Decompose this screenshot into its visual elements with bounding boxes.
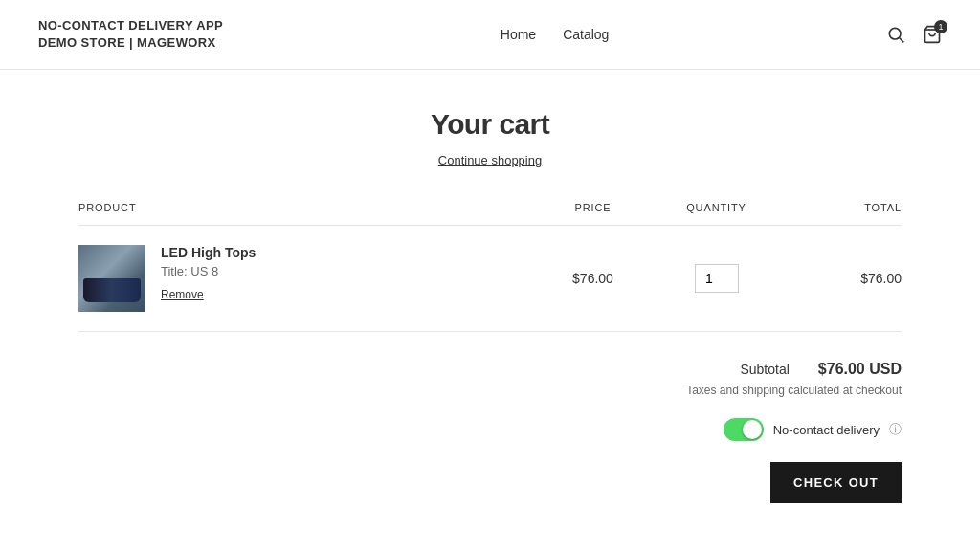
col-header-product: PRODUCT	[78, 202, 531, 226]
product-info: LED High Tops Title: US 8 Remove	[161, 245, 256, 301]
main-nav: Home Catalog	[501, 27, 610, 42]
product-total: $76.00	[778, 226, 902, 332]
product-cell: LED High Tops Title: US 8 Remove	[78, 245, 531, 312]
quantity-input[interactable]	[695, 264, 739, 293]
product-image	[78, 245, 145, 312]
svg-line-1	[900, 38, 904, 43]
product-remove: Remove	[161, 286, 256, 301]
col-header-total: TOTAL	[778, 202, 902, 226]
product-variant: Title: US 8	[161, 264, 256, 278]
main-content: Your cart Continue shopping PRODUCT PRIC…	[59, 70, 921, 551]
nocontact-row: No-contact delivery ⓘ	[724, 418, 902, 441]
continue-shopping-link[interactable]: Continue shopping	[438, 153, 542, 167]
toggle-track	[724, 418, 764, 441]
svg-point-0	[889, 29, 901, 40]
toggle-thumb	[743, 420, 762, 439]
search-icon	[886, 25, 905, 44]
checkout-button[interactable]: CHECK OUT	[770, 462, 902, 503]
remove-link[interactable]: Remove	[161, 288, 204, 301]
store-logo: NO-CONTACT DELIVERY APP DEMO STORE | MAG…	[38, 17, 223, 52]
product-price: $76.00	[531, 226, 655, 332]
product-name: LED High Tops	[161, 245, 256, 260]
subtotal-value: $76.00 USD	[818, 361, 902, 378]
subtotal-row: Subtotal $76.00 USD	[740, 361, 902, 378]
nocontact-info-icon[interactable]: ⓘ	[889, 421, 902, 438]
table-row: LED High Tops Title: US 8 Remove $76.00	[78, 226, 902, 332]
tax-note: Taxes and shipping calculated at checkou…	[686, 384, 902, 397]
header-icons: 1	[886, 25, 942, 44]
search-button[interactable]	[886, 25, 905, 44]
cart-title: Your cart	[78, 108, 902, 141]
header: NO-CONTACT DELIVERY APP DEMO STORE | MAG…	[0, 0, 980, 70]
product-image-inner	[78, 245, 145, 312]
cart-button[interactable]: 1	[923, 25, 942, 44]
product-quantity-cell	[655, 226, 778, 332]
col-header-price: PRICE	[531, 202, 655, 226]
cart-summary: Subtotal $76.00 USD Taxes and shipping c…	[78, 361, 902, 503]
nocontact-label: No-contact delivery	[773, 423, 880, 437]
continue-shopping-wrapper: Continue shopping	[78, 152, 902, 167]
nav-home[interactable]: Home	[501, 27, 536, 42]
subtotal-label: Subtotal	[740, 362, 789, 377]
nocontact-toggle[interactable]	[724, 418, 764, 441]
cart-badge: 1	[934, 20, 947, 33]
nav-catalog[interactable]: Catalog	[563, 27, 609, 42]
col-header-quantity: QUANTITY	[655, 202, 778, 226]
cart-table: PRODUCT PRICE QUANTITY TOTAL LED High To…	[78, 202, 902, 332]
